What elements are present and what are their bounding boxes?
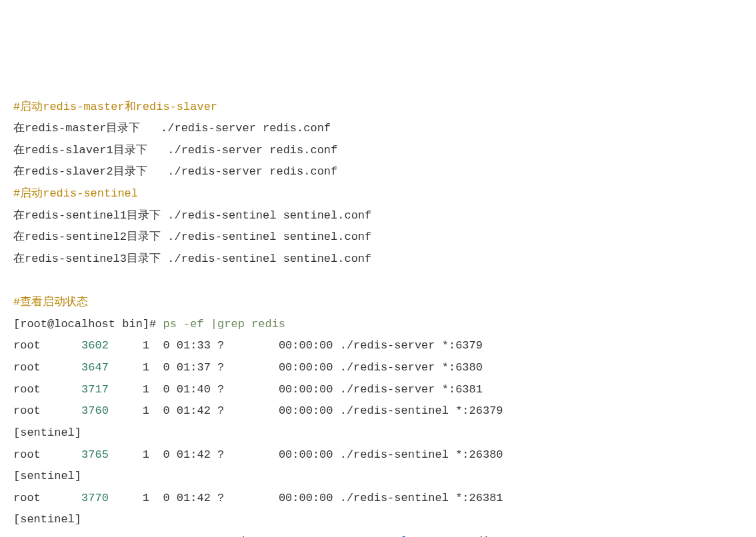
ps-row-rest: 1 0 01:37 ? 00:00:00 ./redis-server *:63… bbox=[109, 361, 483, 374]
sentinel-tag: [sentinel] bbox=[13, 513, 81, 526]
line-sentinel2: 在redis-sentinel2目录下 ./redis-sentinel sen… bbox=[13, 231, 371, 243]
ps-row-pid: 3602 bbox=[81, 339, 109, 352]
shell-prompt: [root@localhost bin]# bbox=[13, 318, 163, 330]
ps-row-user: root bbox=[13, 404, 81, 417]
ps-row-pid: 3765 bbox=[81, 448, 109, 461]
ps-row-rest: 1 0 01:33 ? 00:00:00 ./redis-server *:63… bbox=[109, 339, 483, 352]
line-slaver2: 在redis-slaver2目录下 ./redis-server redis.c… bbox=[13, 165, 337, 178]
line-master: 在redis-master目录下 ./redis-server redis.co… bbox=[13, 122, 331, 135]
ps-row-rest: 1 0 01:42 ? 00:00:00 ./redis-sentinel *:… bbox=[109, 448, 510, 461]
comment-start-redis: #启动redis-master和redis-slaver bbox=[13, 101, 217, 113]
ps-row-rest: 1 0 01:40 ? 00:00:00 ./redis-server *:63… bbox=[109, 383, 483, 396]
ps-row-user: root bbox=[13, 383, 81, 396]
ps-row-user: root bbox=[13, 339, 81, 352]
line-sentinel1: 在redis-sentinel1目录下 ./redis-sentinel sen… bbox=[13, 209, 371, 222]
ps-row-rest: 1 0 01:42 ? 00:00:00 ./redis-sentinel *:… bbox=[109, 492, 510, 504]
ps-row-pid: 3647 bbox=[81, 361, 109, 374]
ps-row-user: root bbox=[13, 448, 81, 461]
ps-row-pid: 3760 bbox=[81, 404, 109, 417]
ps-row-rest: 1 0 01:42 ? 00:00:00 ./redis-sentinel *:… bbox=[109, 404, 510, 417]
ps-row-pid: 3770 bbox=[81, 492, 109, 504]
ps-row-user: root bbox=[13, 492, 81, 504]
line-sentinel3: 在redis-sentinel3目录下 ./redis-sentinel sen… bbox=[13, 253, 371, 265]
ps-command: ps -ef |grep redis bbox=[163, 318, 285, 330]
comment-start-sentinel: #启动redis-sentinel bbox=[13, 187, 138, 200]
line-slaver1: 在redis-slaver1目录下 ./redis-server redis.c… bbox=[13, 144, 337, 157]
sentinel-tag: [sentinel] bbox=[13, 470, 81, 482]
ps-row-pid: 3717 bbox=[81, 383, 109, 396]
sentinel-tag: [sentinel] bbox=[13, 426, 81, 439]
comment-check-status: #查看启动状态 bbox=[13, 296, 88, 308]
ps-row-user: root bbox=[13, 361, 81, 374]
